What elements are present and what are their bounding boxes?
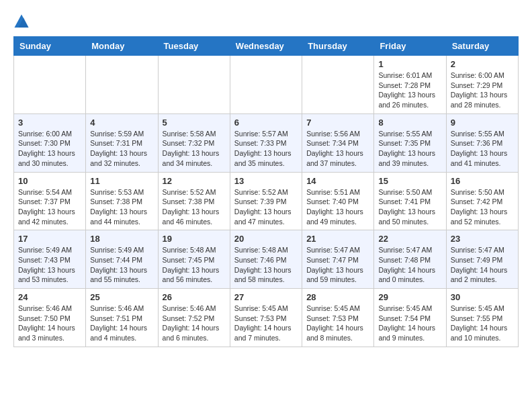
day-info: Sunrise: 5:52 AM Sunset: 7:39 PM Dayligh… bbox=[234, 187, 298, 227]
calendar-cell: 6Sunrise: 5:57 AM Sunset: 7:33 PM Daylig… bbox=[230, 113, 302, 172]
day-info: Sunrise: 5:45 AM Sunset: 7:53 PM Dayligh… bbox=[234, 304, 298, 343]
day-number: 4 bbox=[90, 118, 153, 128]
calendar-cell: 3Sunrise: 6:00 AM Sunset: 7:30 PM Daylig… bbox=[14, 113, 86, 172]
day-number: 21 bbox=[306, 234, 369, 244]
calendar-cell: 26Sunrise: 5:46 AM Sunset: 7:52 PM Dayli… bbox=[158, 289, 230, 347]
col-header-friday: Friday bbox=[374, 37, 446, 56]
calendar-cell: 11Sunrise: 5:53 AM Sunset: 7:38 PM Dayli… bbox=[86, 172, 158, 230]
calendar-cell: 13Sunrise: 5:52 AM Sunset: 7:39 PM Dayli… bbox=[230, 172, 302, 230]
day-number: 16 bbox=[451, 176, 514, 186]
day-number: 15 bbox=[378, 176, 441, 186]
col-header-sunday: Sunday bbox=[14, 37, 86, 56]
day-info: Sunrise: 5:55 AM Sunset: 7:36 PM Dayligh… bbox=[451, 129, 514, 169]
day-number: 17 bbox=[18, 234, 81, 244]
col-header-monday: Monday bbox=[86, 37, 158, 56]
day-info: Sunrise: 5:57 AM Sunset: 7:33 PM Dayligh… bbox=[234, 129, 298, 169]
day-number: 28 bbox=[306, 292, 369, 302]
calendar-cell bbox=[14, 56, 86, 114]
day-info: Sunrise: 5:47 AM Sunset: 7:48 PM Dayligh… bbox=[378, 245, 441, 285]
calendar-cell: 30Sunrise: 5:45 AM Sunset: 7:55 PM Dayli… bbox=[446, 289, 518, 347]
calendar-cell: 14Sunrise: 5:51 AM Sunset: 7:40 PM Dayli… bbox=[302, 172, 374, 230]
day-number: 22 bbox=[378, 234, 441, 244]
calendar-cell: 28Sunrise: 5:45 AM Sunset: 7:53 PM Dayli… bbox=[302, 289, 374, 347]
day-number: 5 bbox=[163, 118, 226, 128]
day-info: Sunrise: 5:54 AM Sunset: 7:37 PM Dayligh… bbox=[18, 187, 81, 227]
calendar-cell: 1Sunrise: 6:01 AM Sunset: 7:28 PM Daylig… bbox=[374, 56, 446, 114]
calendar-cell: 29Sunrise: 5:45 AM Sunset: 7:54 PM Dayli… bbox=[374, 289, 446, 347]
day-info: Sunrise: 5:45 AM Sunset: 7:54 PM Dayligh… bbox=[378, 304, 441, 343]
day-number: 20 bbox=[234, 234, 298, 244]
day-number: 27 bbox=[234, 292, 298, 302]
calendar-cell: 7Sunrise: 5:56 AM Sunset: 7:34 PM Daylig… bbox=[302, 113, 374, 172]
day-info: Sunrise: 5:50 AM Sunset: 7:42 PM Dayligh… bbox=[451, 187, 514, 227]
day-number: 1 bbox=[378, 59, 441, 69]
calendar-cell: 18Sunrise: 5:49 AM Sunset: 7:44 PM Dayli… bbox=[86, 230, 158, 289]
day-info: Sunrise: 5:49 AM Sunset: 7:44 PM Dayligh… bbox=[90, 245, 153, 285]
day-info: Sunrise: 5:59 AM Sunset: 7:31 PM Dayligh… bbox=[90, 129, 153, 169]
calendar-cell: 4Sunrise: 5:59 AM Sunset: 7:31 PM Daylig… bbox=[86, 113, 158, 172]
day-info: Sunrise: 5:46 AM Sunset: 7:51 PM Dayligh… bbox=[90, 304, 153, 343]
day-info: Sunrise: 5:56 AM Sunset: 7:34 PM Dayligh… bbox=[306, 129, 369, 169]
col-header-saturday: Saturday bbox=[446, 37, 518, 56]
day-info: Sunrise: 5:51 AM Sunset: 7:40 PM Dayligh… bbox=[306, 187, 369, 227]
calendar-cell: 23Sunrise: 5:47 AM Sunset: 7:49 PM Dayli… bbox=[446, 230, 518, 289]
calendar-cell bbox=[230, 56, 302, 114]
calendar-cell: 17Sunrise: 5:49 AM Sunset: 7:43 PM Dayli… bbox=[14, 230, 86, 289]
day-info: Sunrise: 5:45 AM Sunset: 7:55 PM Dayligh… bbox=[451, 304, 514, 343]
day-info: Sunrise: 5:48 AM Sunset: 7:46 PM Dayligh… bbox=[234, 245, 298, 285]
day-info: Sunrise: 5:47 AM Sunset: 7:47 PM Dayligh… bbox=[306, 245, 369, 285]
calendar-cell: 15Sunrise: 5:50 AM Sunset: 7:41 PM Dayli… bbox=[374, 172, 446, 230]
calendar-cell: 16Sunrise: 5:50 AM Sunset: 7:42 PM Dayli… bbox=[446, 172, 518, 230]
header-row: SundayMondayTuesdayWednesdayThursdayFrid… bbox=[14, 37, 519, 56]
calendar-cell: 27Sunrise: 5:45 AM Sunset: 7:53 PM Dayli… bbox=[230, 289, 302, 347]
calendar-cell: 24Sunrise: 5:46 AM Sunset: 7:50 PM Dayli… bbox=[14, 289, 86, 347]
week-row-1: 1Sunrise: 6:01 AM Sunset: 7:28 PM Daylig… bbox=[14, 56, 519, 114]
calendar-cell: 19Sunrise: 5:48 AM Sunset: 7:45 PM Dayli… bbox=[158, 230, 230, 289]
week-row-4: 17Sunrise: 5:49 AM Sunset: 7:43 PM Dayli… bbox=[14, 230, 519, 289]
day-number: 13 bbox=[234, 176, 298, 186]
day-info: Sunrise: 5:48 AM Sunset: 7:45 PM Dayligh… bbox=[163, 245, 226, 285]
calendar-cell bbox=[86, 56, 158, 114]
day-number: 2 bbox=[451, 59, 514, 69]
logo-icon bbox=[13, 13, 30, 30]
calendar-cell: 9Sunrise: 5:55 AM Sunset: 7:36 PM Daylig… bbox=[446, 113, 518, 172]
day-info: Sunrise: 6:00 AM Sunset: 7:30 PM Dayligh… bbox=[18, 129, 81, 169]
day-number: 10 bbox=[18, 176, 81, 186]
day-number: 9 bbox=[451, 118, 514, 128]
col-header-tuesday: Tuesday bbox=[158, 37, 230, 56]
day-number: 11 bbox=[90, 176, 153, 186]
calendar-cell: 22Sunrise: 5:47 AM Sunset: 7:48 PM Dayli… bbox=[374, 230, 446, 289]
day-info: Sunrise: 6:01 AM Sunset: 7:28 PM Dayligh… bbox=[378, 71, 441, 110]
col-header-thursday: Thursday bbox=[302, 37, 374, 56]
day-number: 29 bbox=[378, 292, 441, 302]
day-info: Sunrise: 5:49 AM Sunset: 7:43 PM Dayligh… bbox=[18, 245, 81, 285]
day-info: Sunrise: 5:46 AM Sunset: 7:52 PM Dayligh… bbox=[163, 304, 226, 343]
day-number: 7 bbox=[306, 118, 369, 128]
day-number: 14 bbox=[306, 176, 369, 186]
calendar-cell: 8Sunrise: 5:55 AM Sunset: 7:35 PM Daylig… bbox=[374, 113, 446, 172]
day-number: 19 bbox=[163, 234, 226, 244]
day-number: 12 bbox=[163, 176, 226, 186]
day-number: 18 bbox=[90, 234, 153, 244]
day-number: 26 bbox=[163, 292, 226, 302]
day-info: Sunrise: 5:58 AM Sunset: 7:32 PM Dayligh… bbox=[163, 129, 226, 169]
day-info: Sunrise: 5:50 AM Sunset: 7:41 PM Dayligh… bbox=[378, 187, 441, 227]
calendar-cell: 10Sunrise: 5:54 AM Sunset: 7:37 PM Dayli… bbox=[14, 172, 86, 230]
logo bbox=[13, 13, 32, 30]
day-number: 3 bbox=[18, 118, 81, 128]
calendar-cell: 25Sunrise: 5:46 AM Sunset: 7:51 PM Dayli… bbox=[86, 289, 158, 347]
calendar-table: SundayMondayTuesdayWednesdayThursdayFrid… bbox=[13, 36, 519, 347]
day-number: 8 bbox=[378, 118, 441, 128]
day-number: 24 bbox=[18, 292, 81, 302]
calendar-cell: 12Sunrise: 5:52 AM Sunset: 7:38 PM Dayli… bbox=[158, 172, 230, 230]
day-info: Sunrise: 5:46 AM Sunset: 7:50 PM Dayligh… bbox=[18, 304, 81, 343]
header bbox=[13, 13, 519, 30]
calendar-cell: 5Sunrise: 5:58 AM Sunset: 7:32 PM Daylig… bbox=[158, 113, 230, 172]
week-row-3: 10Sunrise: 5:54 AM Sunset: 7:37 PM Dayli… bbox=[14, 172, 519, 230]
day-number: 6 bbox=[234, 118, 298, 128]
day-number: 23 bbox=[451, 234, 514, 244]
day-info: Sunrise: 5:52 AM Sunset: 7:38 PM Dayligh… bbox=[163, 187, 226, 227]
day-info: Sunrise: 5:45 AM Sunset: 7:53 PM Dayligh… bbox=[306, 304, 369, 343]
day-number: 30 bbox=[451, 292, 514, 302]
day-number: 25 bbox=[90, 292, 153, 302]
